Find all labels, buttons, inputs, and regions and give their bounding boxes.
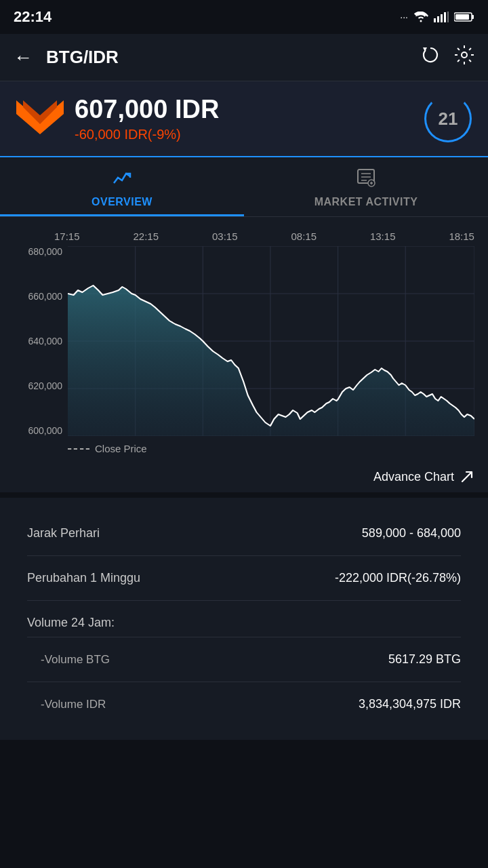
- price-left: 607,000 IDR -60,000 IDR(-9%): [16, 95, 219, 142]
- y-label-1: 660,000: [14, 291, 62, 302]
- y-label-3: 620,000: [14, 380, 62, 391]
- stat-row-3: -Volume BTG 5617.29 BTG: [27, 637, 461, 682]
- stat-label-0: Jarak Perhari: [27, 526, 100, 540]
- svg-rect-4: [447, 12, 449, 22]
- svg-rect-7: [455, 14, 469, 20]
- stat-label-1: Perubahan 1 Minggu: [27, 571, 140, 585]
- tab-market-activity[interactable]: MARKET ACTIVITY: [244, 157, 488, 216]
- chart-section: 17:15 22:15 03:15 08:15 13:15 18:15 680,…: [0, 217, 488, 461]
- chart-canvas: [68, 246, 474, 436]
- settings-button[interactable]: [454, 45, 474, 70]
- price-change: -60,000 IDR(-9%): [75, 127, 219, 142]
- advance-chart-icon: [460, 469, 474, 484]
- chart-time-labels: 17:15 22:15 03:15 08:15 13:15 18:15: [14, 231, 474, 246]
- battery-icon: [454, 12, 474, 22]
- legend-label: Close Price: [95, 443, 147, 454]
- svg-rect-1: [437, 16, 439, 22]
- advance-chart-button[interactable]: Advance Chart: [373, 469, 474, 484]
- advance-chart-row: Advance Chart: [0, 461, 488, 492]
- top-bar-right: [420, 45, 474, 70]
- market-activity-icon: [357, 168, 375, 192]
- top-bar: ← BTG/IDR: [0, 34, 488, 81]
- tab-overview-label: OVERVIEW: [92, 196, 152, 208]
- tab-overview[interactable]: OVERVIEW: [0, 157, 244, 216]
- svg-rect-0: [434, 18, 436, 22]
- refresh-button[interactable]: [420, 45, 441, 70]
- svg-rect-6: [472, 15, 474, 19]
- svg-rect-2: [441, 14, 443, 22]
- status-icons: ···: [400, 12, 474, 22]
- stat-label-3: -Volume BTG: [27, 653, 110, 667]
- wifi-icon: [413, 12, 428, 22]
- page-title: BTG/IDR: [46, 47, 119, 68]
- svg-marker-8: [423, 47, 427, 52]
- svg-point-9: [462, 52, 467, 58]
- time-label-3: 08:15: [291, 231, 317, 242]
- btg-logo: [16, 100, 64, 138]
- volume-header-label: Volume 24 Jam:: [27, 616, 115, 630]
- advance-chart-label: Advance Chart: [373, 470, 454, 484]
- dots-icon: ···: [400, 12, 408, 22]
- stat-row-0: Jarak Perhari 589,000 - 684,000: [27, 511, 461, 556]
- time-label-0: 17:15: [54, 231, 80, 242]
- chart-y-labels: 680,000 660,000 640,000 620,000 600,000: [14, 246, 68, 436]
- signal-icon: [434, 12, 449, 22]
- time-label-4: 13:15: [370, 231, 396, 242]
- chart-legend: Close Price: [14, 436, 474, 454]
- svg-marker-30: [68, 285, 474, 436]
- volume-header: Volume 24 Jam:: [27, 601, 461, 637]
- stat-value-3: 5617.29 BTG: [388, 652, 461, 667]
- stat-value-1: -222,000 IDR(-26.78%): [335, 571, 461, 585]
- stat-value-4: 3,834,304,975 IDR: [359, 697, 461, 711]
- time-label-2: 03:15: [212, 231, 238, 242]
- tab-market-activity-label: MARKET ACTIVITY: [314, 196, 418, 208]
- price-amount: 607,000 IDR: [75, 95, 219, 124]
- top-bar-left: ← BTG/IDR: [14, 47, 119, 68]
- circle-badge: 21: [424, 95, 472, 142]
- y-label-2: 640,000: [14, 336, 62, 347]
- time-label-1: 22:15: [133, 231, 159, 242]
- overview-icon: [113, 168, 131, 192]
- stat-row-1: Perubahan 1 Minggu -222,000 IDR(-26.78%): [27, 556, 461, 601]
- svg-rect-3: [444, 12, 446, 22]
- price-info: 607,000 IDR -60,000 IDR(-9%): [75, 95, 219, 142]
- back-button[interactable]: ←: [14, 47, 33, 68]
- y-label-4: 600,000: [14, 425, 62, 436]
- stats-section: Jarak Perhari 589,000 - 684,000 Perubaha…: [0, 498, 488, 740]
- stat-label-4: -Volume IDR: [27, 698, 106, 711]
- y-label-0: 680,000: [14, 246, 62, 257]
- stat-value-0: 589,000 - 684,000: [362, 526, 461, 540]
- tabs: OVERVIEW MARKET ACTIVITY: [0, 157, 488, 217]
- time-label-5: 18:15: [449, 231, 474, 242]
- stat-row-4: -Volume IDR 3,834,304,975 IDR: [27, 682, 461, 726]
- price-header: 607,000 IDR -60,000 IDR(-9%) 21: [0, 81, 488, 157]
- status-bar: 22:14 ···: [0, 0, 488, 34]
- chart-container: 680,000 660,000 640,000 620,000 600,000: [14, 246, 474, 436]
- status-time: 22:14: [14, 8, 52, 26]
